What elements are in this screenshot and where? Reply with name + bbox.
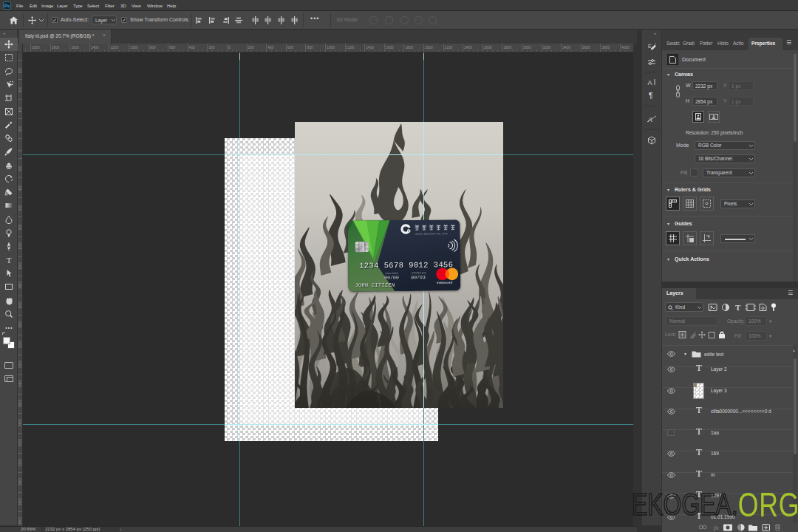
svg-text:fx: fx	[714, 524, 719, 531]
svg-text:E: E	[648, 44, 652, 49]
svg-text:¶: ¶	[649, 92, 652, 100]
svg-text:EXPIRES END: EXPIRES END	[412, 271, 426, 274]
svg-text:T: T	[7, 256, 12, 265]
svg-text:VALID FROM: VALID FROM	[385, 272, 398, 275]
svg-text:00/00: 00/00	[384, 276, 399, 281]
svg-text:A: A	[648, 79, 652, 86]
svg-text:00/03: 00/03	[411, 275, 426, 280]
svg-text:T: T	[735, 303, 741, 312]
svg-text:1234 5678 9012 3456: 1234 5678 9012 3456	[359, 260, 453, 270]
svg-text:JOHN CITIZEN: JOHN CITIZEN	[355, 282, 395, 289]
svg-text:TAIWAN COOPERATIVE BANK: TAIWAN COOPERATIVE BANK	[415, 232, 449, 235]
svg-text:mastercard: mastercard	[437, 281, 453, 284]
